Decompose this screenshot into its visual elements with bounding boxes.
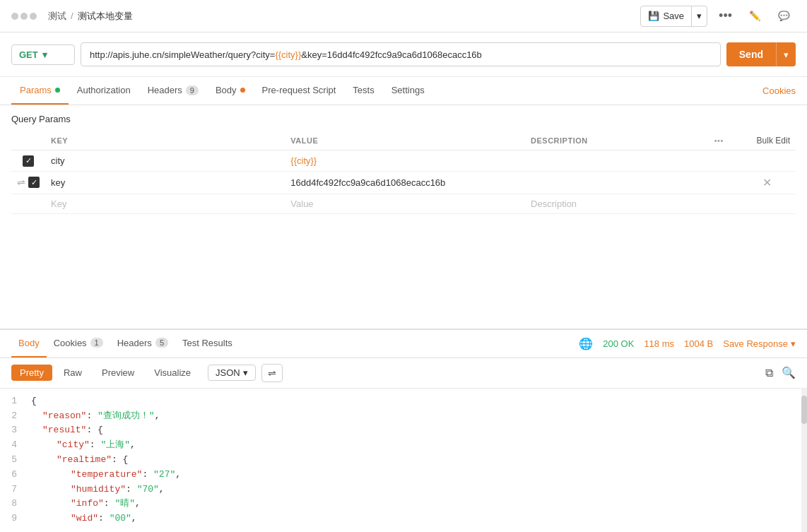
send-button-dropdown[interactable]: ▾: [777, 42, 796, 66]
save-button-main[interactable]: 💾 Save: [641, 6, 692, 26]
table-row: ✓ city {{city}}: [11, 150, 796, 172]
method-label: GET: [19, 49, 38, 60]
send-label: Send: [739, 49, 763, 60]
line-num: 9: [0, 512, 28, 526]
row2-value[interactable]: 16dd4fc492fcc9a9ca6d1068ecacc16b: [285, 171, 525, 194]
method-chevron: ▾: [42, 49, 47, 60]
save-response-label: Save Response: [723, 338, 788, 349]
tab-pre-request[interactable]: Pre-request Script: [254, 77, 345, 105]
edit-button[interactable]: ✏️: [743, 8, 767, 24]
tab-authorization-label: Authorization: [77, 85, 131, 95]
adjust-icon[interactable]: ⇌: [17, 177, 25, 188]
row3-desc[interactable]: Description: [525, 194, 709, 213]
tab-pre-request-label: Pre-request Script: [262, 85, 336, 95]
response-tab-headers[interactable]: Headers 5: [110, 330, 175, 357]
query-params-title: Query Params: [11, 114, 796, 124]
breadcrumb: 测试 / 测试本地变量: [48, 10, 635, 23]
response-tabs-bar: Body Cookies 1 Headers 5 Test Results 🌐 …: [0, 330, 807, 358]
search-response-button[interactable]: 🔍: [782, 366, 796, 379]
cookies-link[interactable]: Cookies: [762, 85, 796, 96]
body-dot: [240, 88, 245, 93]
line-num: 3: [0, 423, 28, 438]
line-content: "info": "晴",: [28, 497, 807, 512]
status-size: 1004 B: [684, 338, 713, 349]
top-bar: 测试 / 测试本地变量 💾 Save ▾ ••• ✏️ 💬: [0, 0, 807, 32]
tab-params[interactable]: Params: [11, 77, 69, 105]
method-select[interactable]: GET ▾: [11, 45, 75, 65]
send-button[interactable]: Send ▾: [726, 42, 796, 66]
row2-desc[interactable]: [525, 171, 709, 194]
row1-checkbox[interactable]: ✓: [23, 155, 34, 167]
globe-icon: 🌐: [579, 337, 593, 350]
params-content: Query Params KEY VALUE DESCRIPTION ••• B…: [0, 105, 807, 329]
row1-check-cell: ✓: [11, 150, 45, 172]
dot3: [30, 13, 37, 20]
save-response-button[interactable]: Save Response ▾: [723, 338, 796, 349]
tab-tests-label: Tests: [353, 85, 374, 95]
col-bulk: Bulk Edit: [751, 131, 796, 150]
line-content: "reason": "查询成功！",: [28, 409, 807, 424]
format-tab-pretty[interactable]: Pretty: [11, 365, 52, 381]
row2-checkbox[interactable]: ✓: [28, 177, 40, 188]
json-chevron: ▾: [243, 367, 248, 378]
format-bar: Pretty Raw Preview Visualize JSON ▾ ⇌ ⧉ …: [0, 358, 807, 389]
row2-check-cell: ⇌ ✓: [11, 171, 45, 194]
format-tab-raw[interactable]: Raw: [55, 365, 90, 381]
response-tab-tests[interactable]: Test Results: [175, 330, 240, 357]
row2-delete[interactable]: ✕: [751, 171, 796, 194]
json-label: JSON: [216, 367, 240, 378]
cookies-badge: 1: [90, 338, 103, 348]
response-tab-cookies-label: Cookies: [54, 338, 87, 348]
tab-body[interactable]: Body: [207, 77, 254, 105]
response-tab-body[interactable]: Body: [11, 330, 47, 357]
line-content: "wid": "00",: [28, 512, 807, 526]
col-more: •••: [709, 131, 751, 150]
json-line: 8 "info": "晴",: [0, 497, 807, 512]
line-content: "temperature": "27",: [28, 468, 807, 483]
row1-key[interactable]: city: [45, 150, 285, 172]
json-line: 6 "temperature": "27",: [0, 468, 807, 483]
request-bar: GET ▾ http://apis.juhe.cn/simpleWeather/…: [0, 32, 807, 77]
bulk-edit-button[interactable]: Bulk Edit: [757, 136, 790, 146]
delete-icon[interactable]: ✕: [762, 177, 772, 189]
tab-settings[interactable]: Settings: [383, 77, 433, 105]
response-status-area: 🌐 200 OK 118 ms 1004 B Save Response ▾: [579, 337, 796, 350]
more-button[interactable]: •••: [713, 6, 738, 26]
row3-key[interactable]: Key: [45, 194, 285, 213]
breadcrumb-base[interactable]: 测试: [48, 10, 66, 23]
save-button[interactable]: 💾 Save ▾: [640, 6, 707, 27]
response-tab-cookies[interactable]: Cookies 1: [47, 330, 110, 357]
tab-authorization[interactable]: Authorization: [69, 77, 139, 105]
table-row: Key Value Description: [11, 194, 796, 213]
json-line: 5 "realtime": {: [0, 453, 807, 468]
url-input[interactable]: http://apis.juhe.cn/simpleWeather/query?…: [81, 42, 721, 66]
more-cols-icon[interactable]: •••: [714, 136, 724, 145]
json-format-select[interactable]: JSON ▾: [208, 365, 256, 381]
format-tab-visualize[interactable]: Visualize: [146, 365, 199, 381]
tab-headers[interactable]: Headers 9: [139, 77, 207, 105]
comment-button[interactable]: 💬: [772, 8, 796, 24]
request-tabs-bar: Params Authorization Headers 9 Body Pre-…: [0, 77, 807, 105]
send-button-main[interactable]: Send: [726, 42, 777, 66]
save-button-dropdown[interactable]: ▾: [692, 6, 707, 26]
json-scrollbar-thumb[interactable]: [801, 396, 807, 424]
line-num: 6: [0, 468, 28, 483]
response-area: Body Cookies 1 Headers 5 Test Results 🌐 …: [0, 329, 807, 532]
line-num: 2: [0, 409, 28, 424]
row2-key[interactable]: key: [45, 171, 285, 194]
url-variable: {{city}}: [275, 49, 301, 60]
dot2: [20, 13, 28, 20]
json-scrollbar[interactable]: [801, 389, 807, 532]
tab-tests[interactable]: Tests: [344, 77, 382, 105]
json-viewer: 1 { 2 "reason": "查询成功！", 3 "result": { 4…: [0, 389, 807, 532]
format-tab-preview[interactable]: Preview: [93, 365, 143, 381]
json-line: 4 "city": "上海",: [0, 438, 807, 453]
row1-value[interactable]: {{city}}: [285, 150, 525, 172]
row1-desc[interactable]: [525, 150, 709, 172]
response-tab-tests-label: Test Results: [182, 338, 232, 348]
copy-button[interactable]: ⧉: [765, 367, 773, 379]
json-line: 3 "result": {: [0, 423, 807, 438]
status-code: 200 OK: [603, 338, 634, 349]
wrap-button[interactable]: ⇌: [261, 364, 283, 382]
row3-value[interactable]: Value: [285, 194, 525, 213]
